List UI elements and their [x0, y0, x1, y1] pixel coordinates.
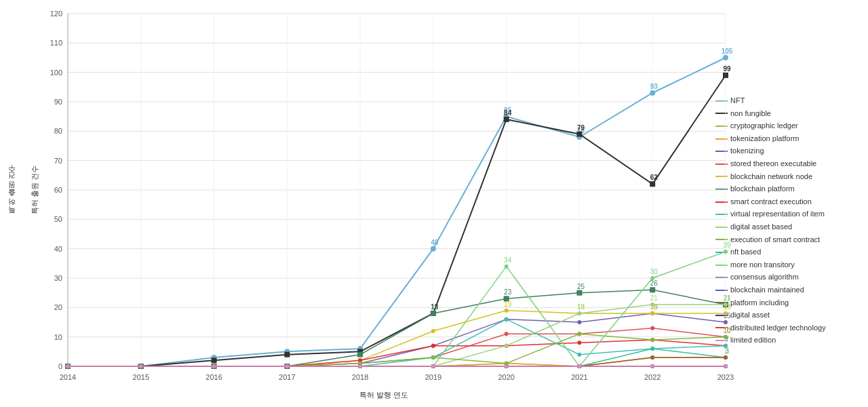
svg-rect-144	[504, 296, 509, 301]
svg-point-185	[724, 303, 728, 307]
svg-point-281	[724, 364, 728, 368]
svg-text:2022: 2022	[644, 373, 660, 381]
svg-point-129	[505, 309, 509, 313]
svg-rect-142	[431, 311, 436, 316]
svg-point-278	[505, 364, 509, 368]
svg-point-279	[577, 364, 581, 368]
svg-point-169	[505, 317, 509, 322]
svg-point-61	[723, 55, 728, 60]
svg-text:21: 21	[650, 294, 658, 302]
svg-text:2020: 2020	[498, 373, 514, 381]
svg-text:120: 120	[50, 9, 62, 18]
svg-text:2019: 2019	[425, 373, 441, 381]
svg-text:0: 0	[58, 362, 62, 370]
svg-text:110: 110	[50, 39, 62, 47]
svg-point-275	[285, 364, 289, 368]
svg-text:90: 90	[54, 98, 62, 106]
svg-text:10: 10	[54, 333, 62, 341]
svg-point-195	[650, 338, 654, 342]
svg-point-183	[650, 303, 654, 307]
svg-point-250	[650, 355, 654, 360]
svg-text:18: 18	[577, 303, 585, 311]
svg-point-128	[431, 329, 435, 333]
svg-point-180	[505, 344, 509, 348]
svg-rect-148	[650, 287, 655, 292]
svg-text:99: 99	[723, 65, 731, 73]
svg-text:30: 30	[54, 274, 62, 282]
svg-point-135	[724, 311, 728, 315]
svg-point-280	[650, 364, 654, 368]
svg-point-220	[724, 250, 728, 254]
svg-point-215	[505, 265, 509, 269]
svg-rect-72	[576, 132, 582, 137]
svg-point-276	[358, 364, 362, 368]
svg-text:30: 30	[650, 268, 658, 275]
svg-point-181	[577, 311, 581, 315]
svg-text:60: 60	[54, 186, 62, 194]
svg-point-251	[724, 355, 728, 360]
svg-point-274	[212, 364, 216, 368]
svg-text:18: 18	[431, 303, 439, 311]
svg-point-133	[650, 311, 654, 315]
svg-text:20: 20	[54, 303, 62, 311]
svg-text:2023: 2023	[717, 373, 734, 381]
svg-point-59	[650, 90, 655, 96]
svg-text:23: 23	[504, 288, 512, 296]
svg-point-118	[505, 332, 509, 336]
svg-text:84: 84	[504, 109, 512, 117]
svg-text:26: 26	[650, 279, 658, 287]
svg-text:2018: 2018	[352, 373, 368, 381]
svg-rect-65	[212, 357, 217, 363]
svg-text:80: 80	[54, 127, 62, 135]
svg-text:2015: 2015	[133, 373, 149, 381]
chart-container: 특허 출원 건수 특허 발행 연도 NFTnon fungiblecryptog…	[0, 0, 868, 407]
svg-text:70: 70	[54, 157, 62, 165]
svg-point-206	[650, 347, 654, 351]
svg-text:2017: 2017	[279, 373, 295, 381]
svg-text:2021: 2021	[571, 373, 587, 381]
svg-rect-76	[723, 73, 728, 78]
svg-point-157	[431, 344, 435, 348]
svg-text:50: 50	[54, 215, 62, 223]
svg-rect-74	[650, 181, 655, 187]
svg-point-218	[650, 276, 654, 280]
svg-text:10: 10	[723, 327, 731, 334]
svg-point-272	[66, 364, 70, 368]
svg-point-110	[724, 320, 728, 324]
svg-text:25: 25	[577, 283, 585, 290]
svg-point-196	[724, 335, 728, 339]
svg-text:2016: 2016	[205, 373, 222, 381]
svg-point-192	[431, 355, 435, 360]
svg-point-277	[431, 364, 435, 368]
svg-text:105: 105	[722, 47, 733, 55]
svg-point-120	[650, 326, 654, 330]
svg-text:특허 출원 건수: 특허 출원 건수	[31, 166, 39, 214]
svg-text:40: 40	[431, 239, 439, 246]
svg-point-53	[431, 246, 436, 252]
svg-text:62: 62	[650, 174, 658, 181]
svg-point-159	[577, 341, 581, 345]
svg-text:39: 39	[723, 241, 731, 249]
svg-text:100: 100	[50, 69, 62, 77]
svg-text:3: 3	[725, 347, 729, 355]
svg-point-107	[577, 320, 581, 324]
svg-rect-146	[576, 290, 582, 296]
svg-text:2014: 2014	[60, 373, 76, 381]
svg-text:93: 93	[650, 83, 658, 90]
svg-text:79: 79	[577, 124, 585, 132]
svg-point-273	[139, 364, 143, 368]
y-axis-label: 특허 출원 건수	[7, 170, 17, 218]
svg-text:21: 21	[723, 294, 731, 302]
svg-point-194	[577, 332, 581, 336]
svg-text:40: 40	[54, 245, 62, 253]
svg-rect-141	[357, 352, 363, 357]
svg-point-170	[577, 353, 581, 357]
svg-rect-66	[284, 352, 290, 357]
svg-text:34: 34	[504, 256, 512, 264]
svg-rect-70	[504, 117, 509, 122]
